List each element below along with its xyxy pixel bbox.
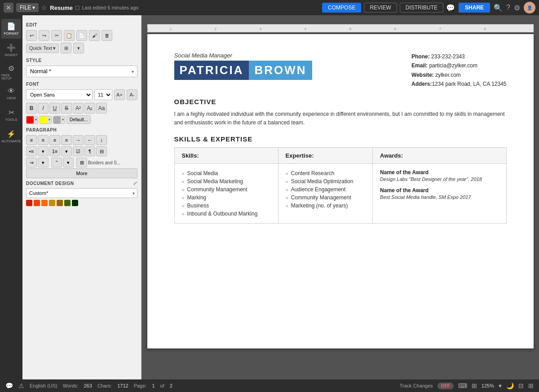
avatar[interactable]: 👤 xyxy=(524,2,535,13)
insert-field-button[interactable]: ⊞ xyxy=(61,43,71,53)
ruler-mark-2: 2 xyxy=(215,27,216,31)
bullet-list-button[interactable]: •≡ xyxy=(26,146,37,156)
ltr-arrow[interactable]: ▾ xyxy=(38,158,49,167)
expand-icon[interactable]: ⤢ xyxy=(133,180,137,186)
increase-font-button[interactable]: A+ xyxy=(114,89,125,100)
list-item: Business xyxy=(182,202,271,210)
border-button[interactable]: ⊟ xyxy=(96,146,107,156)
zoom-arrow[interactable]: ▾ xyxy=(499,382,502,389)
warning-status-icon[interactable]: ⚠ xyxy=(18,382,24,389)
review-button[interactable]: REVIEW xyxy=(364,3,397,13)
distribute-button[interactable]: DISTRIBUTE xyxy=(400,3,443,13)
borders-label: Borders and S... xyxy=(88,160,120,165)
fit-page-icon[interactable]: ⊞ xyxy=(472,382,477,389)
sidebar-item-insert[interactable]: ➕ INSERT xyxy=(1,40,21,60)
quote-button[interactable]: " xyxy=(51,158,62,167)
track-changes-toggle[interactable]: OFF xyxy=(437,383,454,389)
borders-button[interactable]: ⊞ xyxy=(76,158,87,167)
options-button[interactable]: ▾ xyxy=(73,43,84,53)
indent-button[interactable]: → xyxy=(73,135,84,145)
format-paint-button[interactable]: 🖌 xyxy=(89,30,100,41)
moon-icon[interactable]: 🌙 xyxy=(506,382,514,389)
share-button[interactable]: SHARE xyxy=(459,3,490,13)
cut-button[interactable]: ✂ xyxy=(51,30,62,41)
track-changes-label: Track Changes xyxy=(400,383,433,388)
decrease-font-button[interactable]: A- xyxy=(127,89,137,100)
bold-button[interactable]: B xyxy=(26,103,37,114)
ltr-button[interactable]: ⇒ xyxy=(26,158,37,167)
subscript-button[interactable]: A₂ xyxy=(84,103,95,114)
italic-button[interactable]: I xyxy=(38,103,49,114)
quote-arrow[interactable]: ▾ xyxy=(63,158,74,167)
help-icon[interactable]: ? xyxy=(506,4,510,12)
redo-button[interactable]: ↪ xyxy=(39,30,49,41)
close-button[interactable]: ✕ xyxy=(4,3,13,13)
numbered-list-button[interactable]: 1≡ xyxy=(49,146,60,156)
document-page[interactable]: Social Media Manager PATRICIA BROWN Phon… xyxy=(147,34,534,348)
theme-select[interactable]: Custom* Default xyxy=(26,188,137,198)
font-family-select[interactable]: Open Sans Arial xyxy=(26,89,93,100)
star-icon[interactable]: ☆ xyxy=(41,4,47,11)
search-icon[interactable]: 🔍 xyxy=(494,4,503,12)
paste-button[interactable]: 📄 xyxy=(76,30,87,41)
fontcase-button[interactable]: Aa xyxy=(96,103,107,114)
sidebar-item-automate[interactable]: ⚡ AUTOMATE xyxy=(1,127,21,146)
chars-label: Chars: xyxy=(97,383,112,388)
document-area[interactable]: | 1 2 3 4 5 6 7 8 Social Media Manager P… xyxy=(141,15,539,379)
line-spacing-button[interactable]: ↕ xyxy=(96,135,107,145)
undo-button[interactable]: ↩ xyxy=(26,30,37,41)
sidebar-item-pagesetup[interactable]: ⚙ PAGE SETUP xyxy=(1,62,21,82)
page-label: Page: xyxy=(134,383,147,388)
file-menu-button[interactable]: FILE ▾ xyxy=(16,3,39,12)
checklist-button[interactable]: ☑ xyxy=(73,146,84,156)
align-justify-button[interactable]: ≡ xyxy=(61,135,72,145)
quick-text-button[interactable]: Quick Text ▾ xyxy=(26,44,59,53)
align-center-button[interactable]: ≡ xyxy=(38,135,49,145)
strikethrough-button[interactable]: S xyxy=(61,103,72,114)
outdent-button[interactable]: ← xyxy=(84,135,95,145)
resume-header: Social Media Manager PATRICIA BROWN Phon… xyxy=(174,52,507,89)
align-left-button[interactable]: ≡ xyxy=(26,135,37,145)
comment-icon[interactable]: 💬 xyxy=(446,4,455,12)
comment-status-icon[interactable]: 💬 xyxy=(5,382,13,389)
list-format-row: •≡ ▾ 1≡ ▾ ☑ ¶ ⊟ xyxy=(26,146,137,156)
ruler-mark-4: 4 xyxy=(305,27,306,31)
keyboard-icon[interactable]: ⌨ xyxy=(458,382,467,389)
compose-button[interactable]: COMPOSE xyxy=(322,3,361,13)
underline-button[interactable]: U xyxy=(49,103,60,114)
numbered-list-arrow[interactable]: ▾ xyxy=(61,146,72,156)
address-text: Adders:1234 park Road, LA, CA 12345 xyxy=(411,79,506,88)
pagesetup-icon: ⚙ xyxy=(8,64,14,73)
bullet-list-arrow[interactable]: ▾ xyxy=(38,146,49,156)
style-select[interactable]: Normal * Heading 1 Heading 2 xyxy=(26,66,137,77)
award-item-1: Name of the Award Design Labs "Best Desi… xyxy=(380,169,499,182)
award-name-1: Name of the Award xyxy=(380,169,499,176)
doc-icon: □ xyxy=(75,4,79,11)
last-edited-text: Last edited 6 minutes ago xyxy=(82,5,138,10)
insert-icon: ➕ xyxy=(7,44,16,52)
copy-button[interactable]: 📋 xyxy=(64,30,75,41)
highlight-color-button[interactable]: ▾ xyxy=(40,116,52,124)
sidebar-item-format[interactable]: 📄 FORMAT xyxy=(1,19,21,39)
style-section-title: STYLE xyxy=(26,58,137,63)
more-button[interactable]: More xyxy=(26,168,137,178)
sidebar-item-tools[interactable]: ✂ TOOLS xyxy=(1,105,21,125)
layout-icon[interactable]: ⊟ xyxy=(518,382,524,389)
clear-format-button[interactable]: 🗑 xyxy=(102,30,112,41)
pilcrow-button[interactable]: ¶ xyxy=(84,146,95,156)
phone-text: Phone: 233-232-2343 xyxy=(411,52,506,61)
sidebar-item-view[interactable]: 👁 VIEW xyxy=(1,84,21,103)
font-color-arrow: ▾ xyxy=(34,118,38,122)
text-bg-button[interactable]: ▾ xyxy=(53,116,65,124)
font-color-button[interactable]: ▾ xyxy=(26,116,38,124)
superscript-button[interactable]: A² xyxy=(73,103,84,114)
font-size-select[interactable]: 11 12 14 xyxy=(94,89,112,100)
doc-design-title: DOCUMENT DESIGN xyxy=(26,181,74,186)
pages-icon[interactable]: ⊞ xyxy=(528,382,534,389)
align-right-button[interactable]: ≡ xyxy=(49,135,60,145)
file-label: FILE xyxy=(20,4,31,11)
doc-design-header: DOCUMENT DESIGN ⤢ xyxy=(26,180,137,186)
ruler: | 1 2 3 4 5 6 7 8 xyxy=(147,24,534,32)
default-button[interactable]: Default... xyxy=(66,115,91,124)
settings-icon[interactable]: ⚙ xyxy=(514,4,520,12)
